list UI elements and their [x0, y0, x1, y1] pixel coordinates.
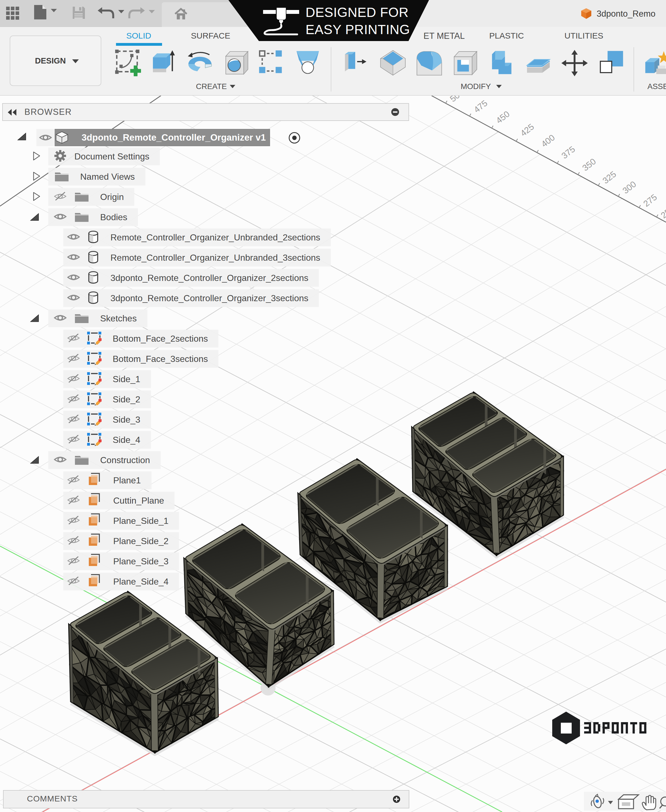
svg-text:EASY PRINTING: EASY PRINTING — [305, 22, 410, 37]
svg-text:DESIGNED FOR: DESIGNED FOR — [305, 5, 409, 20]
